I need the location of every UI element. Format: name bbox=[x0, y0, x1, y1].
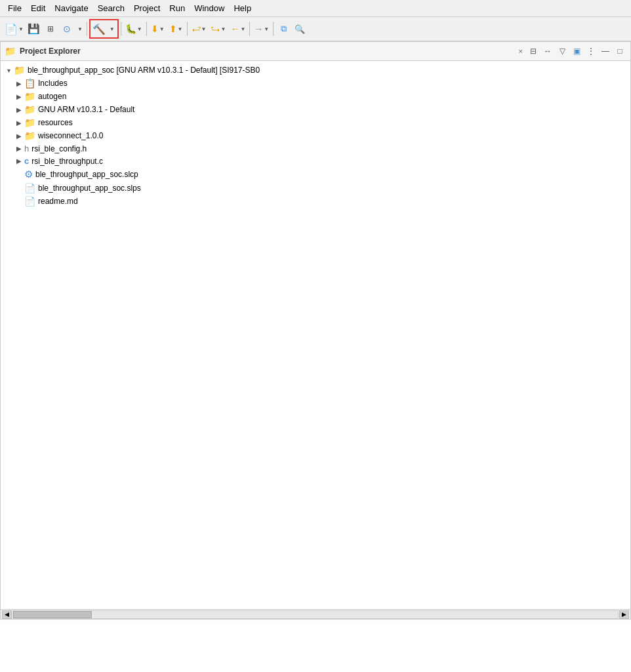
link-editor-icon: ↔ bbox=[544, 47, 552, 56]
tree-item-wiseconnect[interactable]: ▶ 📁 wiseconnect_1.0.0 bbox=[1, 129, 630, 142]
root-label: ble_throughput_app_soc [GNU ARM v10.3.1 … bbox=[28, 66, 260, 75]
ext-tool-button[interactable]: 🔍 bbox=[292, 21, 308, 37]
debug-chevron: ▼ bbox=[137, 26, 142, 32]
build-dropdown[interactable]: ▼ bbox=[108, 21, 117, 37]
new-chevron: ▼ bbox=[18, 26, 24, 32]
back2-button[interactable]: ← ▼ bbox=[228, 21, 247, 37]
new-icon: 📄 bbox=[5, 23, 18, 35]
save-button[interactable]: 💾 bbox=[26, 21, 42, 37]
includes-arrow: ▶ bbox=[14, 80, 24, 87]
tree-item-rsi-throughput[interactable]: ▶ c rsi_ble_throughput.c bbox=[1, 155, 630, 167]
next-chevron: ▼ bbox=[264, 26, 269, 32]
sep3 bbox=[146, 22, 147, 36]
collapse-all-button[interactable]: ⊟ bbox=[527, 45, 540, 58]
gnuarm-label: GNU ARM v10.3.1 - Default bbox=[38, 105, 134, 114]
minimize-button[interactable]: — bbox=[599, 45, 612, 58]
build-button[interactable]: 🔨 bbox=[91, 21, 107, 37]
download-button[interactable]: ⬇ ▼ bbox=[149, 21, 167, 37]
upload-button[interactable]: ⬆ ▼ bbox=[167, 21, 185, 37]
save-all-button[interactable]: ⊞ bbox=[43, 21, 58, 37]
sep6 bbox=[273, 22, 274, 36]
panel-close-button[interactable]: × bbox=[519, 47, 523, 55]
tree-item-gnuarm[interactable]: ▶ 📁 GNU ARM v10.3.1 - Default bbox=[1, 103, 630, 116]
slcp-icon: ⚙ bbox=[24, 168, 33, 180]
tree-item-includes[interactable]: ▶ 📋 Includes bbox=[1, 77, 630, 90]
link-editor-button[interactable]: ↔ bbox=[541, 45, 554, 58]
tree-item-slcp[interactable]: ⚙ ble_throughput_app_soc.slcp bbox=[1, 167, 630, 182]
tree-item-autogen[interactable]: ▶ 📁 autogen bbox=[1, 90, 630, 103]
menu-search[interactable]: Search bbox=[94, 2, 129, 14]
tree-item-slps[interactable]: 📄 ble_throughput_app_soc.slps bbox=[1, 182, 630, 195]
download-chevron: ▼ bbox=[159, 26, 165, 32]
project-tree[interactable]: ▾ 📁 ble_throughput_app_soc [GNU ARM v10.… bbox=[1, 61, 630, 609]
slps-label: ble_throughput_app_soc.slps bbox=[38, 184, 141, 193]
back2-icon: ← bbox=[230, 24, 239, 34]
autogen-icon: 📁 bbox=[24, 91, 35, 102]
build-group-highlighted: 🔨 ▼ bbox=[89, 19, 119, 39]
rsi-config-label: rsi_ble_config.h bbox=[31, 144, 87, 153]
panel-header: 📁 Project Explorer × ⊟ ↔ ▽ ▣ bbox=[1, 42, 630, 61]
menu-navigate[interactable]: Navigate bbox=[51, 2, 92, 14]
resources-icon: 📁 bbox=[24, 117, 35, 128]
toolbar: 📄 ▼ 💾 ⊞ ⊙ ▼ 🔨 ▼ 🐛 bbox=[0, 17, 631, 41]
maximize-icon: □ bbox=[617, 47, 622, 56]
forward-button[interactable]: ⮑ ▼ bbox=[209, 21, 228, 37]
autogen-arrow: ▶ bbox=[14, 93, 24, 100]
content-area: 📁 Project Explorer × ⊟ ↔ ▽ ▣ bbox=[0, 41, 631, 672]
sync-icon: ▣ bbox=[573, 47, 580, 56]
tree-item-resources[interactable]: ▶ 📁 resources bbox=[1, 116, 630, 129]
menu-window[interactable]: Window bbox=[190, 2, 228, 14]
horizontal-scrollbar[interactable]: ◀ ▶ bbox=[1, 609, 630, 619]
save-icon: 💾 bbox=[28, 23, 40, 35]
sync-button[interactable]: ▣ bbox=[570, 45, 583, 58]
maximize-button[interactable]: □ bbox=[613, 45, 626, 58]
root-arrow: ▾ bbox=[3, 67, 14, 74]
ext-window-button[interactable]: ⧉ bbox=[275, 21, 291, 37]
wiseconnect-icon: 📁 bbox=[24, 130, 35, 141]
scroll-track[interactable] bbox=[12, 610, 619, 619]
menu-file[interactable]: File bbox=[4, 2, 26, 14]
menu-project[interactable]: Project bbox=[130, 2, 164, 14]
resources-label: resources bbox=[38, 118, 73, 127]
panel-title: Project Explorer bbox=[20, 47, 512, 56]
sep1 bbox=[87, 22, 87, 36]
scroll-left-button[interactable]: ◀ bbox=[2, 610, 12, 619]
includes-icon: 📋 bbox=[24, 78, 35, 89]
build-chevron: ▼ bbox=[110, 26, 115, 32]
rsi-throughput-icon: c bbox=[24, 156, 29, 166]
filter-button[interactable]: ▽ bbox=[556, 45, 569, 58]
panel-menu-icon: ⋮ bbox=[587, 47, 595, 56]
tree-root[interactable]: ▾ 📁 ble_throughput_app_soc [GNU ARM v10.… bbox=[1, 64, 630, 77]
rsi-throughput-label: rsi_ble_throughput.c bbox=[31, 157, 103, 166]
next-button[interactable]: → ▼ bbox=[252, 21, 271, 37]
new-button[interactable]: 📄 ▼ bbox=[3, 21, 26, 37]
debug-button[interactable]: 🐛 ▼ bbox=[123, 21, 144, 37]
hammer-icon: 🔨 bbox=[92, 23, 106, 35]
rsi-throughput-arrow: ▶ bbox=[14, 157, 24, 165]
sdk-icon: ⊙ bbox=[63, 24, 71, 34]
project-icon: 📁 bbox=[14, 65, 25, 75]
sep2 bbox=[121, 22, 121, 36]
menu-edit[interactable]: Edit bbox=[27, 2, 49, 14]
scroll-thumb[interactable] bbox=[13, 611, 92, 618]
sep5 bbox=[249, 22, 250, 36]
sdk-button[interactable]: ⊙ bbox=[59, 21, 75, 37]
sdk-dropdown[interactable]: ▼ bbox=[75, 21, 85, 37]
tree-item-rsi-config[interactable]: ▶ h rsi_ble_config.h bbox=[1, 142, 630, 155]
collapse-all-icon: ⊟ bbox=[530, 47, 537, 56]
menu-help[interactable]: Help bbox=[230, 2, 255, 14]
back-icon: ⮐ bbox=[192, 24, 201, 34]
forward-icon: ⮑ bbox=[211, 24, 220, 34]
panel-menu-button[interactable]: ⋮ bbox=[584, 45, 598, 58]
readme-label: readme.md bbox=[38, 197, 78, 206]
bug-icon: 🐛 bbox=[125, 24, 136, 34]
gnuarm-arrow: ▶ bbox=[14, 106, 24, 113]
scroll-right-button[interactable]: ▶ bbox=[619, 610, 629, 619]
panel-folder-icon: 📁 bbox=[5, 46, 16, 56]
tree-item-readme[interactable]: 📄 readme.md bbox=[1, 195, 630, 208]
download-icon: ⬇ bbox=[151, 24, 159, 34]
autogen-label: autogen bbox=[38, 92, 66, 101]
sep4 bbox=[187, 22, 188, 36]
menu-run[interactable]: Run bbox=[165, 2, 189, 14]
back-button[interactable]: ⮐ ▼ bbox=[190, 21, 209, 37]
